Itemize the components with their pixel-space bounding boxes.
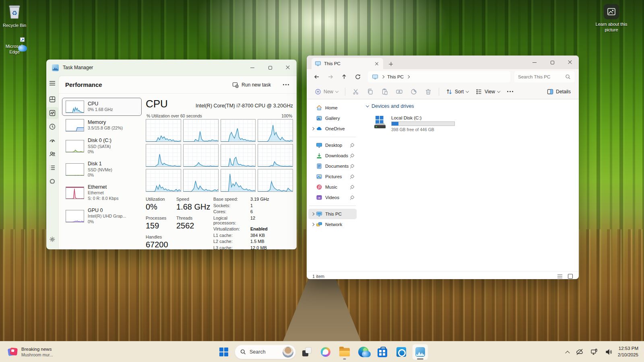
- picture-info-icon: [604, 4, 619, 19]
- this-pc-icon: [316, 211, 322, 217]
- paste-icon[interactable]: [378, 86, 392, 98]
- learn-about-picture[interactable]: Learn about this picture: [593, 4, 630, 33]
- volume-tray-button[interactable]: [602, 345, 615, 359]
- close-button[interactable]: [279, 60, 297, 76]
- chart-caption-label: % Utilization over 60 seconds: [147, 113, 202, 118]
- explorer-toolbar: New Sort View: [307, 84, 579, 99]
- drive-free-space: 398 GB free of 446 GB: [391, 127, 455, 132]
- forward-button[interactable]: [324, 71, 336, 82]
- startup-apps-icon[interactable]: [46, 134, 58, 146]
- maximize-button[interactable]: [543, 56, 561, 69]
- widgets-button[interactable]: Breaking news Mushroom mur...: [4, 341, 57, 362]
- nav-item-onedrive[interactable]: OneDrive: [308, 123, 357, 134]
- memory-thumbnail-chart: [66, 119, 84, 132]
- core-chart: [221, 119, 256, 142]
- details-icon[interactable]: [46, 162, 58, 174]
- search-input[interactable]: Search This PC: [514, 71, 575, 82]
- task-manager-button[interactable]: [412, 344, 428, 360]
- sort-button[interactable]: Sort: [443, 86, 472, 97]
- drive-local-disk-c[interactable]: Local Disk (C:) 398 GB free of 446 GB: [371, 114, 456, 134]
- minimize-button[interactable]: [244, 60, 261, 76]
- copilot-button[interactable]: [318, 344, 334, 360]
- nav-item-pictures[interactable]: Pictures: [308, 171, 357, 182]
- task-manager-icon: [415, 347, 425, 357]
- run-new-task-button[interactable]: Run new task: [228, 79, 275, 90]
- performance-icon[interactable]: [46, 107, 58, 119]
- clock-date: 2/10/2025: [618, 352, 638, 358]
- explorer-content[interactable]: Devices and drives Local Disk (C:): [358, 99, 579, 271]
- nav-item-this-pc[interactable]: This PC: [308, 209, 357, 219]
- thumbnail-view-toggle-icon[interactable]: [566, 273, 575, 280]
- share-icon[interactable]: [407, 86, 421, 98]
- svg-text:♻: ♻: [12, 10, 17, 16]
- new-tab-button[interactable]: [386, 59, 396, 69]
- group-devices-and-drives[interactable]: Devices and drives: [366, 103, 579, 109]
- back-button[interactable]: [311, 71, 323, 82]
- breadcrumb[interactable]: This PC: [387, 74, 404, 79]
- up-button[interactable]: [338, 71, 350, 82]
- nav-item-desktop[interactable]: Desktop: [308, 140, 357, 150]
- nav-item-network[interactable]: Network: [308, 219, 357, 230]
- nav-item-music[interactable]: Music: [308, 182, 357, 192]
- perf-item-disk1[interactable]: Disk 1SSD (NVMe)0%: [62, 158, 142, 181]
- rename-icon[interactable]: [392, 86, 406, 98]
- close-button[interactable]: [561, 56, 579, 69]
- perf-item-ethernet[interactable]: EthernetEthernetS: 0 R: 8.0 Kbps: [62, 181, 142, 204]
- cpu-details: Base speed:3.19 GHz Sockets:1 Cores:6 Lo…: [213, 197, 269, 249]
- taskbar-clock[interactable]: 12:53 PM 2/10/2025: [616, 346, 642, 358]
- settings-icon[interactable]: [46, 233, 58, 245]
- nav-item-documents[interactable]: Documents: [308, 161, 357, 171]
- nav-item-videos[interactable]: Videos: [308, 192, 357, 203]
- task-manager-titlebar[interactable]: Task Manager: [46, 60, 297, 76]
- start-button[interactable]: [216, 344, 232, 360]
- perf-item-gpu0[interactable]: GPU 0Intel(R) UHD Grap...0%: [62, 205, 142, 228]
- outlook-button[interactable]: [393, 344, 409, 360]
- users-icon[interactable]: [46, 148, 58, 160]
- details-pane-icon: [547, 88, 553, 95]
- monitor-icon: [315, 60, 321, 67]
- refresh-button[interactable]: [352, 71, 364, 82]
- onedrive-tray-button[interactable]: [573, 345, 586, 359]
- view-button[interactable]: View: [473, 86, 503, 97]
- nav-item-home[interactable]: Home: [308, 103, 357, 113]
- desktop: ♻ Recycle Bin Microsoft Edge Learn about…: [0, 0, 644, 362]
- taskbar-search[interactable]: Search: [235, 345, 296, 359]
- nav-item-downloads[interactable]: Downloads: [308, 150, 357, 161]
- nav-item-gallery[interactable]: Gallery: [308, 113, 357, 123]
- network-tray-button[interactable]: [587, 345, 601, 359]
- breadcrumb-chevron-icon: [381, 75, 384, 78]
- edge-button[interactable]: [355, 344, 372, 360]
- processes-icon[interactable]: [46, 93, 58, 105]
- list-view-toggle-icon[interactable]: [555, 273, 564, 280]
- cut-icon[interactable]: [349, 86, 363, 98]
- core-chart: [258, 169, 293, 192]
- tray-expand-button[interactable]: [563, 345, 572, 359]
- services-icon[interactable]: [46, 175, 58, 187]
- logical-processor-charts[interactable]: [146, 119, 293, 192]
- app-history-icon[interactable]: [46, 121, 58, 133]
- maximize-button[interactable]: [261, 60, 279, 76]
- windows-logo-icon: [219, 348, 228, 356]
- perf-item-memory[interactable]: Memory3.5/15.8 GB (22%): [62, 116, 142, 134]
- file-explorer-button[interactable]: [336, 344, 353, 360]
- tab-this-pc[interactable]: This PC: [312, 58, 383, 69]
- address-bar[interactable]: This PC: [368, 71, 510, 82]
- menu-icon[interactable]: [46, 77, 58, 89]
- delete-icon[interactable]: [421, 86, 435, 98]
- microsoft-store-button[interactable]: [374, 344, 390, 360]
- core-chart: [146, 144, 181, 167]
- task-view-button[interactable]: [299, 344, 315, 360]
- perf-item-cpu[interactable]: CPU0% 1.68 GHz: [62, 98, 142, 116]
- minimize-button[interactable]: [526, 56, 543, 69]
- desktop-icon-recycle-bin[interactable]: ♻ Recycle Bin: [0, 3, 29, 29]
- tab-close-icon[interactable]: [374, 60, 380, 67]
- task-manager-rail: [46, 76, 58, 249]
- search-icon: [240, 349, 246, 355]
- details-pane-button[interactable]: Details: [544, 86, 574, 97]
- new-button[interactable]: New: [312, 86, 341, 97]
- perf-item-disk0[interactable]: Disk 0 (C:)SSD (SATA)0%: [62, 135, 142, 158]
- copy-icon[interactable]: [363, 86, 377, 98]
- desktop-icon-microsoft-edge[interactable]: Microsoft Edge: [0, 35, 29, 55]
- more-options-button[interactable]: [279, 82, 293, 88]
- toolbar-more-button[interactable]: [504, 88, 516, 95]
